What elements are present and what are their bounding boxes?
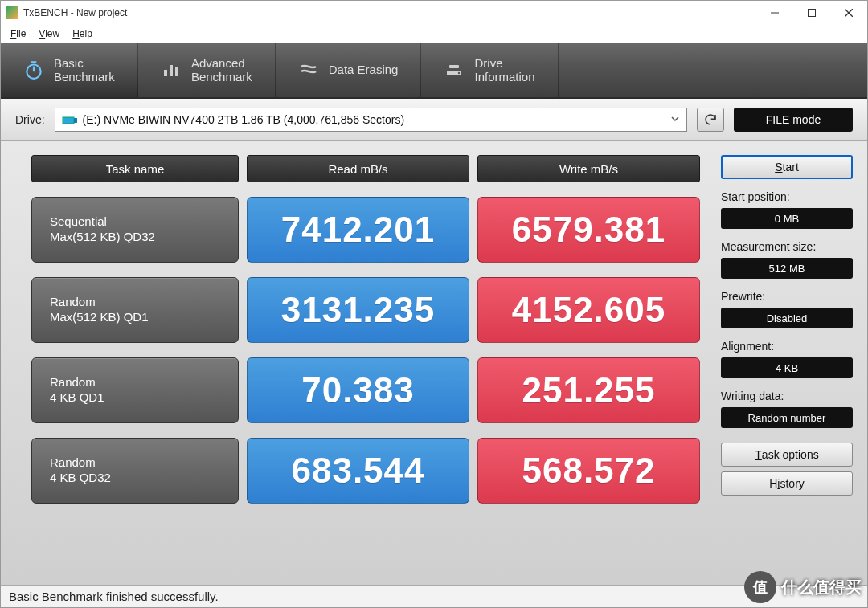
result-row: Random4 KB QD1 70.383 251.255 (31, 357, 700, 423)
maximize-button[interactable] (793, 1, 830, 25)
write-value: 568.572 (477, 438, 700, 504)
svg-point-11 (458, 72, 460, 74)
erase-icon (298, 59, 319, 80)
result-row: Random4 KB QD32 683.544 568.572 (31, 438, 700, 504)
write-value: 6579.381 (477, 197, 700, 263)
measurement-size-value[interactable]: 512 MB (721, 258, 853, 279)
prewrite-label: Prewrite: (721, 290, 853, 303)
writing-data-label: Writing data: (721, 390, 853, 402)
close-button[interactable] (830, 1, 867, 25)
svg-rect-7 (164, 70, 167, 76)
refresh-button[interactable] (697, 108, 724, 132)
menubar: File View Help (1, 25, 867, 43)
results-panel: Task name Read mB/s Write mB/s Sequentia… (1, 141, 714, 585)
result-row: RandomMax(512 KB) QD1 3131.235 4152.605 (31, 277, 700, 343)
read-value: 3131.235 (247, 277, 469, 343)
svg-rect-1 (809, 10, 816, 17)
tab-label: Basic (54, 56, 84, 70)
start-button[interactable]: Start (721, 155, 853, 179)
alignment-label: Alignment: (721, 340, 853, 353)
side-panel: Start Start position: 0 MB Measurement s… (714, 141, 867, 585)
drive-icon (444, 59, 465, 80)
tab-basic-benchmark[interactable]: BasicBenchmark (1, 43, 138, 97)
measurement-size-label: Measurement size: (721, 240, 853, 253)
disk-icon (62, 114, 78, 125)
minimize-button[interactable] (756, 1, 793, 25)
menu-file[interactable]: File (10, 28, 26, 39)
file-mode-button[interactable]: FILE mode (734, 108, 853, 132)
start-position-label: Start position: (721, 190, 853, 203)
stopwatch-icon (23, 59, 44, 80)
workspace: Task name Read mB/s Write mB/s Sequentia… (1, 141, 867, 585)
svg-rect-14 (74, 118, 77, 123)
refresh-icon (703, 112, 718, 127)
tab-drive-information[interactable]: DriveInformation (421, 43, 558, 97)
chevron-down-icon (670, 113, 680, 126)
write-value: 4152.605 (477, 277, 700, 343)
header-write: Write mB/s (477, 155, 700, 182)
tabbar: BasicBenchmark AdvancedBenchmark Data Er… (1, 43, 867, 99)
task-options-button[interactable]: Task options (721, 443, 853, 467)
writing-data-value[interactable]: Random number (721, 407, 853, 428)
menu-view[interactable]: View (39, 28, 59, 39)
app-icon (6, 6, 18, 19)
read-value: 683.544 (247, 438, 469, 504)
task-button[interactable]: Random4 KB QD32 (31, 438, 239, 504)
svg-rect-8 (170, 65, 173, 76)
result-row: SequentialMax(512 KB) QD32 7412.201 6579… (31, 197, 700, 263)
tab-label: Data Erasing (329, 63, 399, 76)
task-button[interactable]: RandomMax(512 KB) QD1 (31, 277, 239, 343)
app-window: TxBENCH - New project File View Help Bas… (0, 0, 868, 608)
drive-select[interactable]: (E:) NVMe BIWIN NV7400 2TB 1.86 TB (4,00… (55, 108, 687, 132)
header-task: Task name (31, 155, 239, 182)
tab-label: Benchmark (191, 70, 252, 84)
tab-data-erasing[interactable]: Data Erasing (276, 43, 422, 97)
tab-advanced-benchmark[interactable]: AdvancedBenchmark (138, 43, 276, 97)
window-title: TxBENCH - New project (23, 7, 756, 18)
tab-label: Advanced (191, 56, 245, 70)
bars-icon (161, 59, 182, 80)
svg-rect-13 (63, 117, 74, 124)
titlebar: TxBENCH - New project (1, 1, 867, 25)
write-value: 251.255 (477, 357, 700, 423)
window-controls (756, 1, 867, 25)
alignment-value[interactable]: 4 KB (721, 357, 853, 378)
drive-text: (E:) NVMe BIWIN NV7400 2TB 1.86 TB (4,00… (83, 113, 404, 126)
task-button[interactable]: SequentialMax(512 KB) QD32 (31, 197, 239, 263)
header-read: Read mB/s (247, 155, 469, 182)
tab-label: Drive (474, 56, 502, 70)
svg-rect-9 (175, 67, 178, 76)
drive-label: Drive: (15, 113, 45, 126)
tab-label: Information (474, 70, 534, 84)
svg-rect-12 (449, 65, 459, 68)
status-bar: Basic Benchmark finished successfully. (1, 585, 867, 607)
results-header: Task name Read mB/s Write mB/s (31, 155, 700, 182)
drive-bar: Drive: (E:) NVMe BIWIN NV7400 2TB 1.86 T… (1, 99, 867, 141)
tab-label: Benchmark (54, 70, 115, 84)
start-position-value[interactable]: 0 MB (721, 208, 853, 229)
task-button[interactable]: Random4 KB QD1 (31, 357, 239, 423)
history-button[interactable]: History (721, 471, 853, 496)
read-value: 70.383 (247, 357, 469, 423)
prewrite-value[interactable]: Disabled (721, 308, 853, 328)
menu-help[interactable]: Help (72, 28, 92, 39)
read-value: 7412.201 (247, 197, 469, 263)
